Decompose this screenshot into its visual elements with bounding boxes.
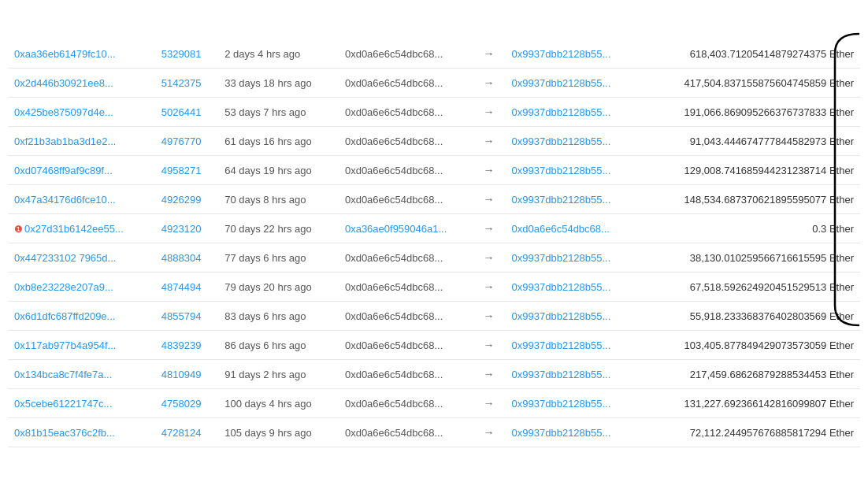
tx-hash[interactable]: 0x6d1dfc687ffd209e... [8, 302, 155, 331]
to-address[interactable]: 0x9937dbb2128b55... [506, 98, 640, 127]
to-address[interactable]: 0x9937dbb2128b55... [506, 156, 640, 185]
tx-hash[interactable]: 0x117ab977b4a954f... [8, 331, 155, 360]
to-address[interactable]: 0x9937dbb2128b55... [506, 185, 640, 214]
block-number[interactable]: 5026441 [155, 98, 218, 127]
transfer-arrow: → [477, 360, 505, 389]
transactions-table: 0xaa36eb61479fc10...53290812 days 4 hrs … [8, 39, 860, 447]
block-number[interactable]: 4976770 [155, 127, 218, 156]
transfer-amount: 217,459.68626879288534453 Ether [640, 360, 860, 389]
timestamp: 64 days 19 hrs ago [218, 156, 339, 185]
from-address[interactable]: 0xd0a6e6c54dbc68... [339, 360, 477, 389]
transfer-amount: 0.3 Ether [640, 214, 860, 243]
block-number[interactable]: 4728124 [155, 418, 218, 447]
table-row: 0xf21b3ab1ba3d1e2...497677061 days 16 hr… [8, 127, 860, 156]
tx-hash[interactable]: 0x81b15eac376c2fb... [8, 418, 155, 447]
transfer-amount: 91,043.444674777844582973 Ether [640, 127, 860, 156]
transfer-arrow: → [477, 214, 505, 243]
block-number[interactable]: 4888304 [155, 243, 218, 273]
transfer-arrow: → [477, 185, 505, 214]
transfer-amount: 148,534.687370621895595077 Ether [640, 185, 860, 214]
timestamp: 70 days 22 hrs ago [218, 214, 339, 243]
from-address[interactable]: 0xd0a6e6c54dbc68... [339, 331, 477, 360]
block-number[interactable]: 5142375 [155, 69, 218, 98]
transfer-arrow: → [477, 302, 505, 331]
block-number[interactable]: 4839239 [155, 331, 218, 360]
transfer-arrow: → [477, 331, 505, 360]
table-row: 0x425be875097d4e...502644153 days 7 hrs … [8, 98, 860, 127]
to-address[interactable]: 0x9937dbb2128b55... [506, 69, 640, 98]
timestamp: 53 days 7 hrs ago [218, 98, 339, 127]
table-row: 0xd07468ff9af9c89f...495827164 days 19 h… [8, 156, 860, 185]
transfer-amount: 131,227.692366142816099807 Ether [640, 389, 860, 418]
to-address[interactable]: 0x9937dbb2128b55... [506, 302, 640, 331]
from-address[interactable]: 0xd0a6e6c54dbc68... [339, 39, 477, 69]
block-number[interactable]: 4958271 [155, 156, 218, 185]
block-number[interactable]: 4758029 [155, 389, 218, 418]
to-address[interactable]: 0x9937dbb2128b55... [506, 389, 640, 418]
table-row: 0x47a34176d6fce10...492629970 days 8 hrs… [8, 185, 860, 214]
from-address[interactable]: 0xd0a6e6c54dbc68... [339, 273, 477, 302]
table-row: 0x6d1dfc687ffd209e...485579483 days 6 hr… [8, 302, 860, 331]
table-row: 0x134bca8c7f4fe7a...481094991 days 2 hrs… [8, 360, 860, 389]
to-address[interactable]: 0x9937dbb2128b55... [506, 243, 640, 273]
timestamp: 2 days 4 hrs ago [218, 39, 339, 69]
tx-hash[interactable]: 0xf21b3ab1ba3d1e2... [8, 127, 155, 156]
transfer-arrow: → [477, 69, 505, 98]
table-row: 0x2d446b30921ee8...514237533 days 18 hrs… [8, 69, 860, 98]
block-number[interactable]: 4855794 [155, 302, 218, 331]
timestamp: 33 days 18 hrs ago [218, 69, 339, 98]
transfer-amount: 55,918.233368376402803569 Ether [640, 302, 860, 331]
tx-hash[interactable]: 0x447233102 7965d... [8, 243, 155, 273]
transfer-arrow: → [477, 39, 505, 69]
tx-hash[interactable]: 0x425be875097d4e... [8, 98, 155, 127]
transfer-amount: 103,405.877849429073573059 Ether [640, 331, 860, 360]
transfer-arrow: → [477, 418, 505, 447]
from-address[interactable]: 0xd0a6e6c54dbc68... [339, 156, 477, 185]
from-address[interactable]: 0xd0a6e6c54dbc68... [339, 127, 477, 156]
block-number[interactable]: 5329081 [155, 39, 218, 69]
block-number[interactable]: 4874494 [155, 273, 218, 302]
block-number[interactable]: 4923120 [155, 214, 218, 243]
to-address[interactable]: 0x9937dbb2128b55... [506, 39, 640, 69]
from-address[interactable]: 0xd0a6e6c54dbc68... [339, 69, 477, 98]
transfer-arrow: → [477, 98, 505, 127]
to-address[interactable]: 0x9937dbb2128b55... [506, 360, 640, 389]
to-address[interactable]: 0x9937dbb2128b55... [506, 418, 640, 447]
table-container: 0xaa36eb61479fc10...53290812 days 4 hrs … [0, 39, 868, 447]
timestamp: 91 days 2 hrs ago [218, 360, 339, 389]
tx-hash[interactable]: 0x5cebe61221747c... [8, 389, 155, 418]
transfer-arrow: → [477, 243, 505, 273]
page-title [0, 0, 868, 39]
block-number[interactable]: 4810949 [155, 360, 218, 389]
timestamp: 77 days 6 hrs ago [218, 243, 339, 273]
transfer-arrow: → [477, 273, 505, 302]
from-address[interactable]: 0xd0a6e6c54dbc68... [339, 389, 477, 418]
from-address[interactable]: 0xd0a6e6c54dbc68... [339, 185, 477, 214]
from-address[interactable]: 0xd0a6e6c54dbc68... [339, 302, 477, 331]
tx-hash[interactable]: 0xd07468ff9af9c89f... [8, 156, 155, 185]
to-address[interactable]: 0x9937dbb2128b55... [506, 127, 640, 156]
timestamp: 105 days 9 hrs ago [218, 418, 339, 447]
timestamp: 79 days 20 hrs ago [218, 273, 339, 302]
table-row: 0x5cebe61221747c...4758029100 days 4 hrs… [8, 389, 860, 418]
table-row: 0x447233102 7965d...488830477 days 6 hrs… [8, 243, 860, 273]
to-address[interactable]: 0xd0a6e6c54dbc68... [506, 214, 640, 243]
tx-hash[interactable]: 0x134bca8c7f4fe7a... [8, 360, 155, 389]
block-number[interactable]: 4926299 [155, 185, 218, 214]
tx-hash[interactable]: 0xb8e23228e207a9... [8, 273, 155, 302]
from-address[interactable]: 0xa36ae0f959046a1... [339, 214, 477, 243]
table-row: 0xaa36eb61479fc10...53290812 days 4 hrs … [8, 39, 860, 69]
tx-hash[interactable]: 0xaa36eb61479fc10... [8, 39, 155, 69]
transfer-arrow: → [477, 156, 505, 185]
transfer-amount: 129,008.741685944231238714 Ether [640, 156, 860, 185]
tx-hash[interactable]: ❶0x27d31b6142ee55... [8, 214, 155, 243]
transfer-arrow: → [477, 127, 505, 156]
tx-hash[interactable]: 0x47a34176d6fce10... [8, 185, 155, 214]
to-address[interactable]: 0x9937dbb2128b55... [506, 273, 640, 302]
tx-hash[interactable]: 0x2d446b30921ee8... [8, 69, 155, 98]
transfer-amount: 72,112.244957676885817294 Ether [640, 418, 860, 447]
from-address[interactable]: 0xd0a6e6c54dbc68... [339, 418, 477, 447]
from-address[interactable]: 0xd0a6e6c54dbc68... [339, 243, 477, 273]
from-address[interactable]: 0xd0a6e6c54dbc68... [339, 98, 477, 127]
to-address[interactable]: 0x9937dbb2128b55... [506, 331, 640, 360]
